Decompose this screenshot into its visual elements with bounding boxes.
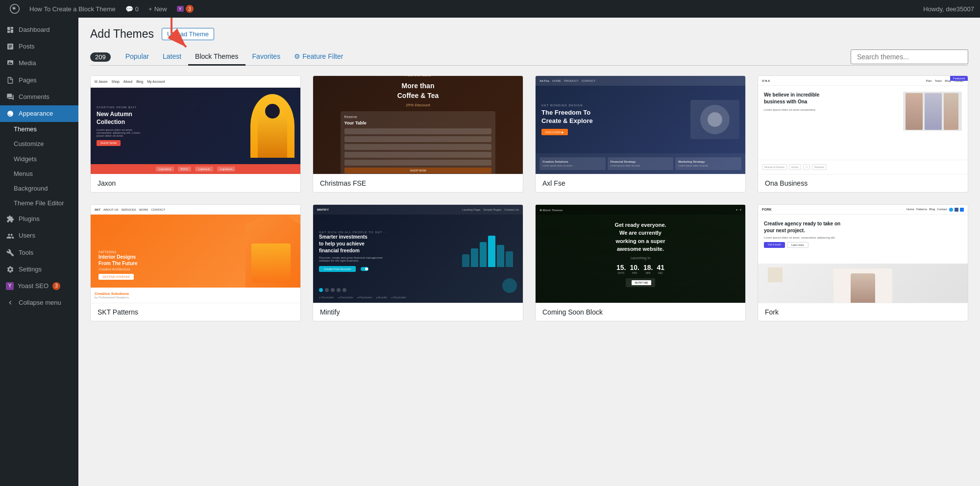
theme-preview-mintify: MINTIFY Landing Page Simple Pages Contac… (313, 205, 523, 303)
sidebar-item-users[interactable]: Users (0, 227, 78, 244)
comment-icon: 💬 (125, 5, 133, 13)
theme-preview-coming-soon: ⊕ Block Themes ● ● Get ready everyone.We… (536, 205, 745, 303)
tab-favorites[interactable]: Favorites (245, 49, 288, 66)
theme-card-skt-patterns[interactable]: SKT ABOUT US SERVICES WORK CONTACT (90, 204, 301, 321)
theme-card-ona-business[interactable]: Featured O N A Plan Team Blog Contact We… (758, 75, 968, 193)
theme-card-axl-fse[interactable]: Ad Fse HOME PRODUCT CONTACT Get Bonding … (535, 75, 746, 193)
theme-name-coming-soon-block: Coming Soon Block (536, 303, 745, 321)
theme-name-skt-patterns: SKT Patterns (91, 303, 300, 321)
pages-icon (6, 76, 15, 85)
sidebar-tools-label: Tools (19, 248, 33, 257)
yoast-icon: Y (6, 282, 14, 290)
theme-name-mintify: Mintify (313, 303, 523, 321)
settings-icon (6, 265, 15, 274)
sidebar-pages-label: Pages (19, 76, 37, 85)
theme-preview-jaxon: M Jaxon Shop About Blog My Account START… (91, 76, 300, 174)
sidebar-subitem-customize[interactable]: Customize (14, 137, 78, 151)
theme-name-christmas-fse: Christmas FSE (313, 174, 523, 192)
gear-icon: ⚙ (294, 52, 300, 60)
sidebar-subitem-widgets[interactable]: Widgets (14, 152, 78, 167)
sidebar-item-posts[interactable]: Posts (0, 38, 78, 55)
theme-name-axl-fse: Axl Fse (536, 174, 745, 192)
tab-popular[interactable]: Popular (119, 49, 156, 66)
sidebar-subitem-theme-file-editor[interactable]: Theme File Editor (14, 196, 78, 211)
yoast-item[interactable]: Y 3 (173, 0, 197, 18)
theme-preview-skt: SKT ABOUT US SERVICES WORK CONTACT (91, 205, 300, 303)
theme-card-coming-soon-block[interactable]: ⊕ Block Themes ● ● Get ready everyone.We… (535, 204, 746, 321)
media-icon (6, 59, 15, 68)
plus-icon: + (148, 5, 152, 13)
plugins-icon (6, 215, 15, 223)
sidebar-item-collapse[interactable]: Collapse menu (0, 294, 78, 311)
themes-grid: M Jaxon Shop About Blog My Account START… (90, 75, 968, 321)
theme-card-christmas-fse[interactable]: Feel the taste More thanCoffee & Tea 25%… (313, 75, 523, 193)
sidebar-item-appearance[interactable]: Appearance (0, 105, 78, 122)
theme-preview-fork: FORK Home Patterns Blog Contact (758, 205, 968, 303)
sidebar-dashboard-label: Dashboard (19, 25, 50, 34)
tab-feature-filter[interactable]: ⚙ Feature Filter (287, 49, 350, 66)
site-name-item[interactable]: How To Create a Block Theme (25, 0, 120, 18)
appearance-icon (6, 109, 15, 118)
theme-card-fork[interactable]: FORK Home Patterns Blog Contact (758, 204, 968, 321)
page-title: Add Themes (90, 27, 154, 41)
tools-icon (6, 248, 15, 257)
sidebar: Dashboard Posts Media Pages Comments (0, 18, 78, 486)
sidebar-settings-label: Settings (19, 265, 42, 274)
sidebar-subitem-menus[interactable]: Menus (14, 167, 78, 181)
sidebar-item-tools[interactable]: Tools (0, 244, 78, 261)
comments-icon (6, 93, 15, 101)
sidebar-yoast-label: Yoast SEO (18, 282, 49, 291)
sidebar-comments-label: Comments (19, 93, 49, 101)
themes-label: Themes (14, 125, 37, 134)
dashboard-icon (6, 25, 15, 34)
tab-block-themes[interactable]: Block Themes (188, 49, 245, 66)
sidebar-users-label: Users (19, 231, 35, 240)
sidebar-posts-label: Posts (19, 42, 35, 51)
sidebar-item-dashboard[interactable]: Dashboard (0, 22, 78, 38)
main-content: Add Themes Upload Theme 209 Popular Late… (78, 18, 980, 486)
sidebar-item-comments[interactable]: Comments (0, 89, 78, 105)
sidebar-appearance-label: Appearance (19, 109, 53, 118)
page-header: Add Themes Upload Theme (90, 27, 968, 41)
theme-preview-christmas: Feel the taste More thanCoffee & Tea 25%… (313, 76, 523, 174)
tab-latest[interactable]: Latest (156, 49, 188, 66)
wp-logo-item[interactable] (6, 0, 24, 18)
theme-name-fork: Fork (758, 303, 968, 321)
sidebar-item-plugins[interactable]: Plugins (0, 211, 78, 227)
theme-card-mintify[interactable]: MINTIFY Landing Page Simple Pages Contac… (313, 204, 523, 321)
new-item[interactable]: + New (145, 0, 171, 18)
sidebar-item-yoast[interactable]: Y Yoast SEO 3 (0, 278, 78, 294)
sidebar-collapse-label: Collapse menu (19, 298, 61, 307)
comments-item[interactable]: 💬 0 (122, 0, 143, 18)
upload-theme-button[interactable]: Upload Theme (162, 28, 214, 40)
collapse-icon (6, 298, 15, 307)
search-themes-input[interactable] (851, 49, 968, 64)
tabs-bar: 209 Popular Latest Block Themes Favorite… (90, 49, 968, 66)
sidebar-media-label: Media (19, 59, 36, 68)
users-icon (6, 232, 15, 241)
sidebar-plugins-label: Plugins (19, 215, 40, 223)
ona-corner-badge: Featured (950, 76, 968, 81)
appearance-submenu: Themes Customize Widgets Menus Backgroun… (0, 122, 78, 211)
theme-count-badge[interactable]: 209 (90, 52, 111, 62)
sidebar-item-settings[interactable]: Settings (0, 261, 78, 278)
sidebar-subitem-background[interactable]: Background (14, 181, 78, 196)
theme-preview-axl: Ad Fse HOME PRODUCT CONTACT Get Bonding … (536, 76, 745, 174)
posts-icon (6, 42, 15, 51)
theme-name-jaxon: Jaxon (91, 174, 300, 192)
theme-name-ona-business: Ona Business (758, 174, 968, 192)
sidebar-item-pages[interactable]: Pages (0, 72, 78, 89)
theme-card-jaxon[interactable]: M Jaxon Shop About Blog My Account START… (90, 75, 301, 193)
admin-bar: How To Create a Block Theme 💬 0 + New Y … (0, 0, 980, 18)
theme-preview-ona: Featured O N A Plan Team Blog Contact We… (758, 76, 968, 174)
sidebar-subitem-themes[interactable]: Themes (14, 122, 78, 137)
howdy-text: Howdy, dee35007 (923, 5, 974, 13)
sidebar-item-media[interactable]: Media (0, 55, 78, 72)
